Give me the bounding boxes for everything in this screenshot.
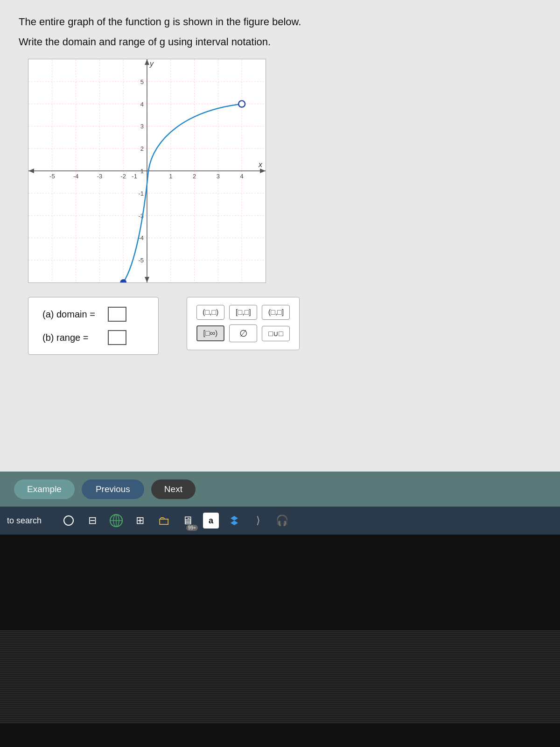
speaker-area: [0, 630, 560, 724]
graph-container: x y -5 -4 -3 -2 -1 1 2 3 4 5 4 3 2 1: [28, 59, 266, 283]
domain-row: (a) domain =: [42, 307, 144, 322]
svg-text:-5: -5: [139, 257, 144, 264]
svg-text:4: 4: [240, 173, 244, 180]
previous-button[interactable]: Previous: [82, 479, 144, 499]
svg-text:-5: -5: [49, 173, 55, 180]
svg-text:-4: -4: [73, 173, 79, 180]
domain-label: (a) domain =: [42, 309, 103, 320]
range-label: (b) range =: [42, 332, 103, 343]
taskbar: to search ⊟ ⊞ 🗀 🖥 99+ a: [0, 507, 560, 535]
closed-closed-btn[interactable]: [□,□]: [229, 305, 257, 320]
browser-icon[interactable]: [108, 512, 125, 529]
svg-text:1: 1: [169, 173, 172, 180]
range-row: (b) range =: [42, 330, 144, 345]
search-text: to search: [7, 516, 42, 526]
notification-icon[interactable]: 🖥 99+: [179, 512, 196, 529]
button-bar: Example Previous Next: [0, 472, 560, 507]
svg-text:4: 4: [140, 101, 144, 108]
svg-text:2: 2: [193, 173, 196, 180]
range-input[interactable]: [108, 330, 126, 345]
svg-text:x: x: [258, 161, 263, 169]
folder-icon[interactable]: 🗀: [155, 512, 172, 529]
svg-text:-2: -2: [120, 173, 126, 180]
svg-text:-1: -1: [132, 173, 137, 180]
inf-bracket-btn[interactable]: [□∞): [196, 325, 224, 341]
next-button[interactable]: Next: [151, 479, 196, 499]
taskbar-icons: ⊟ ⊞ 🗀 🖥 99+ a ⟩: [60, 512, 290, 529]
taskview-icon[interactable]: ⊟: [84, 512, 101, 529]
svg-point-46: [238, 101, 245, 107]
domain-input[interactable]: [108, 307, 126, 322]
main-content: The entire graph of the function g is sh…: [0, 0, 560, 509]
notation-row-2: [□∞) ∅ □∪□: [196, 324, 290, 342]
notification-badge: 99+: [186, 525, 198, 531]
union-btn[interactable]: □∪□: [262, 326, 290, 341]
problem-line1: The entire graph of the function g is sh…: [19, 14, 541, 29]
notation-row-1: (□,□) [□,□] (□,□]: [196, 305, 290, 320]
svg-text:3: 3: [217, 173, 220, 180]
svg-marker-51: [231, 516, 238, 525]
svg-point-45: [120, 280, 126, 282]
amazon-icon[interactable]: a: [203, 513, 219, 529]
svg-text:1: 1: [140, 168, 144, 175]
problem-line2: Write the domain and range of g using in…: [19, 34, 541, 49]
svg-text:-3: -3: [97, 173, 103, 180]
apps-icon[interactable]: ⊞: [132, 512, 148, 529]
empty-set-btn[interactable]: ∅: [229, 324, 257, 342]
svg-text:-1: -1: [139, 190, 144, 197]
dropbox-icon[interactable]: [226, 512, 243, 529]
svg-text:y: y: [149, 60, 154, 68]
open-open-btn[interactable]: (□,□): [196, 305, 224, 320]
example-button[interactable]: Example: [14, 479, 75, 499]
svg-text:2: 2: [140, 145, 144, 152]
open-closed-btn[interactable]: (□,□]: [262, 305, 290, 320]
audio-icon[interactable]: 🎧: [273, 512, 290, 529]
search-icon[interactable]: [60, 512, 77, 529]
problem-text: The entire graph of the function g is sh…: [19, 14, 541, 49]
svg-text:3: 3: [140, 123, 144, 130]
arrow-icon[interactable]: ⟩: [250, 512, 266, 529]
svg-text:5: 5: [140, 78, 144, 85]
